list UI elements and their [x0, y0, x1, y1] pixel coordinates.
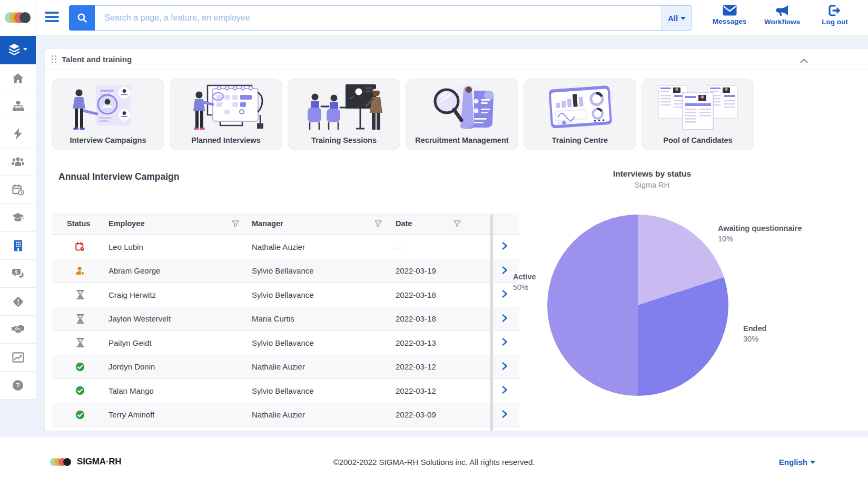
open-row-button[interactable]: [500, 288, 510, 302]
search-scope-label: All: [668, 14, 678, 23]
table-row[interactable]: Paityn Geidt Sylvio Bellavance 2022-03-1…: [52, 331, 519, 355]
table-row[interactable]: Talan Mango Sylvio Bellavance 2022-03-12: [52, 378, 519, 403]
interview-date: 2022-03-19: [396, 266, 436, 275]
sidebar-item-performance[interactable]: [0, 344, 36, 372]
manager-name: Sylvio Bellavance: [252, 290, 314, 299]
open-row-button[interactable]: [500, 360, 510, 374]
chevron-right-icon: [502, 314, 508, 322]
card-label: Interview Campaigns: [52, 136, 164, 144]
card-label: Pool of Candidates: [642, 136, 754, 144]
card-planned-interviews[interactable]: Planned Interviews: [170, 79, 282, 150]
brand-dots-icon: [50, 458, 73, 466]
manager-name: Nathalie Auzier: [252, 410, 305, 419]
employee-name: Talan Mango: [108, 386, 154, 395]
table-row[interactable]: Jaylon Westervelt Maria Curtis 2022-03-1…: [52, 307, 519, 331]
incident-diamond-icon: [12, 296, 24, 308]
team-icon: [11, 157, 25, 167]
search-scope-dropdown[interactable]: All: [662, 5, 692, 31]
status-in-progress-icon: [76, 338, 84, 347]
card-label: Training Centre: [524, 136, 636, 144]
chevron-right-icon: [502, 290, 508, 298]
open-row-button[interactable]: [500, 312, 510, 326]
chevron-right-icon: [502, 338, 508, 346]
open-row-button[interactable]: [500, 264, 510, 278]
status-completed-icon: [75, 410, 85, 420]
open-row-button[interactable]: [500, 336, 510, 349]
sidebar-item-module-switcher[interactable]: [0, 36, 36, 64]
chevron-up-icon: [800, 59, 808, 63]
pie-label-awaiting: Awaiting questionnaire 10%: [718, 224, 802, 243]
graduation-cap-icon: [12, 212, 24, 223]
app-logo: [0, 0, 36, 36]
manager-name: Sylvio Bellavance: [252, 266, 314, 275]
language-dropdown[interactable]: English: [779, 458, 815, 466]
table-scrollbar[interactable]: [490, 214, 493, 431]
table-row[interactable]: [52, 426, 519, 431]
search-input[interactable]: [95, 5, 662, 31]
sidebar-item-home[interactable]: [0, 64, 36, 92]
sidebar-item-actions[interactable]: [0, 120, 36, 148]
payroll-chat-icon: $: [12, 268, 24, 279]
table-row[interactable]: Craig Herwitz Sylvio Bellavance 2022-03-…: [52, 283, 519, 307]
interview-date: —: [396, 242, 403, 251]
shortcut-cards: Interview Campaigns: [52, 79, 754, 150]
open-row-button[interactable]: [500, 408, 510, 422]
search-button[interactable]: [69, 5, 95, 31]
open-row-button[interactable]: [500, 240, 510, 254]
employee-name: Terry Aminoff: [108, 410, 154, 419]
card-interview-campaigns[interactable]: Interview Campaigns: [52, 79, 164, 150]
search-icon: [77, 13, 87, 23]
sidebar-item-employees[interactable]: [0, 148, 36, 176]
sidebar-item-incidents[interactable]: [0, 288, 36, 316]
employee-name: Paityn Geidt: [108, 338, 152, 347]
employee-name: Abram George: [108, 266, 160, 275]
table-header: Status Employee Manager Date: [52, 213, 519, 235]
card-recruitment-management[interactable]: Recruitment Management: [406, 79, 518, 150]
col-status: Status: [52, 219, 108, 228]
filter-icon[interactable]: [453, 220, 461, 227]
pie-label-ended: Ended 30%: [743, 324, 766, 343]
menu-hamburger-icon[interactable]: [45, 12, 59, 24]
sidebar-item-time-planning[interactable]: [0, 176, 36, 204]
interview-date: 2022-03-13: [396, 338, 436, 347]
interview-date: 2022-03-12: [396, 362, 436, 371]
chevron-right-icon: [502, 386, 508, 394]
workflows-button[interactable]: Workflows: [764, 5, 801, 26]
col-manager: Manager: [252, 219, 283, 228]
help-icon: ?: [12, 380, 24, 391]
card-training-sessions[interactable]: Training Sessions: [288, 79, 400, 150]
sidebar-item-payroll[interactable]: $: [0, 260, 36, 288]
messages-label: Messages: [713, 17, 747, 25]
table-row[interactable]: Leo Lubin Nathalie Auzier —: [52, 235, 519, 259]
filter-icon[interactable]: [374, 220, 382, 227]
layer-group-icon: [8, 43, 28, 57]
table-row[interactable]: Abram George Sylvio Bellavance 2022-03-1…: [52, 259, 519, 283]
table-row[interactable]: Terry Aminoff Nathalie Auzier 2022-03-09: [52, 403, 519, 427]
interview-date: 2022-03-12: [396, 386, 436, 395]
brand-name: SIGMA·RH: [77, 456, 121, 467]
sidebar-item-help[interactable]: ?: [0, 372, 36, 400]
sign-out-icon: [828, 5, 842, 16]
sidebar-item-partners[interactable]: [0, 316, 36, 344]
sidebar-item-company[interactable]: [0, 232, 36, 260]
messages-button[interactable]: Messages: [711, 5, 748, 26]
planned-interviews-illustration: [181, 83, 271, 132]
col-date: Date: [396, 219, 412, 228]
logout-button[interactable]: Log out: [816, 5, 853, 26]
employee-name: Leo Lubin: [108, 242, 143, 251]
org-chart-icon: [12, 101, 24, 112]
panel-header: Talent and training: [45, 49, 868, 70]
filter-icon[interactable]: [232, 220, 239, 227]
drag-handle-icon[interactable]: [52, 55, 56, 63]
collapse-button[interactable]: [800, 56, 808, 65]
open-row-button[interactable]: [500, 384, 510, 397]
sidebar-item-org-chart[interactable]: [0, 92, 36, 120]
manager-name: Nathalie Auzier: [252, 362, 305, 371]
card-pool-of-candidates[interactable]: Pool of Candidates: [642, 79, 754, 150]
interview-date: 2022-03-09: [396, 410, 436, 419]
interview-date: 2022-03-18: [396, 290, 436, 299]
table-row[interactable]: Jordyn Donin Nathalie Auzier 2022-03-12: [52, 355, 519, 379]
card-training-centre[interactable]: Training Centre: [524, 79, 636, 150]
footer-brand-logo: SIGMA·RH: [50, 456, 121, 467]
sidebar-item-training[interactable]: [0, 204, 36, 232]
